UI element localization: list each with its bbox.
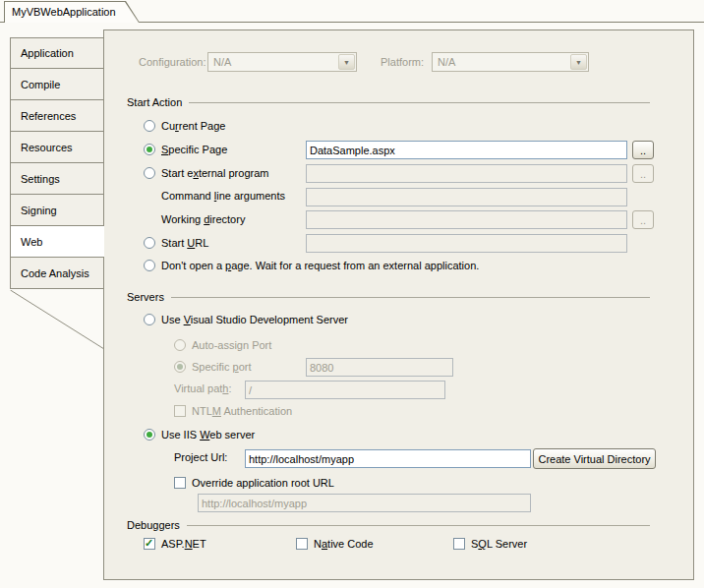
sidebar-item-settings[interactable]: Settings [10,163,103,195]
specific-port-row: Specific port [174,360,252,374]
sidebar-item-label: Resources [21,142,73,153]
specific-port-radio [174,361,186,373]
start-url-radio[interactable] [144,237,155,249]
start-external-input [306,164,627,183]
configuration-combobox: N/A ▼ [207,52,357,72]
start-action-group-title: Start Action [127,96,182,108]
virtual-path-label: Virtual path: [174,382,232,394]
document-tab-title: MyVBWebApplication [12,6,116,18]
project-designer-window: MyVBWebApplication Application Compile R… [0,0,704,588]
start-external-row: Start external program [144,166,268,180]
current-page-radio[interactable] [144,120,155,132]
servers-group-header: Servers [127,290,650,304]
override-root-row: Override application root URL [174,476,334,490]
specific-page-label: Specific Page [161,144,227,155]
sql-server-checkbox[interactable] [453,538,465,550]
start-url-label: Start URL [161,237,208,249]
current-page-row: Current Page [144,119,225,133]
dont-open-page-label: Don't open a page. Wait for a request fr… [161,260,479,271]
sidebar-item-label: References [21,110,76,122]
sidebar-item-compile[interactable]: Compile [10,69,103,100]
platform-label: Platform: [381,56,424,68]
sql-server-debugger-row: SQL Server [453,537,527,551]
chevron-down-icon: ▼ [338,54,355,70]
specific-port-label: Specific port [192,361,252,373]
native-code-checkbox[interactable] [296,538,308,550]
sidebar-item-application[interactable]: Application [10,37,103,69]
group-divider [189,102,650,103]
project-url-label: Project Url: [174,451,227,463]
use-iis-radio[interactable] [144,429,155,441]
platform-value: N/A [438,56,455,68]
start-url-input [306,234,627,253]
start-action-group-header: Start Action [127,95,650,109]
group-divider [171,297,650,298]
specific-page-input[interactable] [306,141,627,159]
aspnet-label: ASP.NET [161,538,206,550]
sidebar-item-label: Web [21,236,42,248]
sidebar-item-label: Code Analysis [21,267,89,279]
servers-group-title: Servers [127,291,164,303]
sidebar-item-signing[interactable]: Signing [10,195,103,226]
sidebar-item-resources[interactable]: Resources [10,132,103,163]
sidebar-item-label: Settings [21,173,60,185]
virtual-path-input [245,381,445,399]
sql-server-label: SQL Server [471,538,527,550]
sidebar-item-code-analysis[interactable]: Code Analysis [10,258,103,289]
start-url-row: Start URL [144,236,208,250]
sidebar-item-label: Application [21,47,74,59]
sidebar-item-label: Signing [21,205,57,216]
sidebar-item-label: Compile [21,79,60,90]
specific-port-input [306,358,453,377]
specific-page-row: Specific Page [144,143,227,156]
ntlm-auth-row: NTLM Authentication [174,404,292,418]
document-tab-face: MyVBWebApplication [5,2,139,23]
command-line-label: Command line arguments [161,190,285,202]
aspnet-checkbox[interactable] [144,538,155,550]
ntlm-auth-checkbox [174,405,186,417]
project-url-input[interactable] [245,449,531,468]
current-page-label: Current Page [161,120,225,132]
group-divider [187,525,650,526]
sidebar-item-web[interactable]: Web [10,226,104,258]
command-line-input [306,188,627,206]
platform-combobox: N/A ▼ [432,52,589,72]
auto-assign-port-label: Auto-assign Port [192,339,271,351]
debuggers-group-header: Debuggers [127,518,650,532]
aspnet-debugger-row: ASP.NET [144,537,206,551]
auto-assign-port-row: Auto-assign Port [174,338,271,352]
start-external-browse-button: .. [632,164,654,183]
sidebar-item-references[interactable]: References [10,100,103,132]
native-code-debugger-row: Native Code [296,537,374,551]
start-external-radio[interactable] [144,167,155,179]
specific-page-browse-button[interactable]: .. [632,141,654,159]
dont-open-page-radio[interactable] [144,260,155,271]
chevron-down-icon: ▼ [570,54,587,70]
working-directory-browse-button: .. [632,210,654,229]
web-properties-panel: Configuration: N/A ▼ Platform: N/A ▼ Sta… [103,29,694,580]
specific-page-radio[interactable] [144,144,155,155]
use-dev-server-radio[interactable] [144,314,155,325]
start-external-label: Start external program [161,167,268,179]
auto-assign-port-radio [174,339,186,351]
configuration-value: N/A [213,56,231,68]
dont-open-page-row: Don't open a page. Wait for a request fr… [144,259,479,272]
working-directory-input [306,210,627,229]
override-root-input [198,494,531,512]
use-iis-row: Use IIS Web server [144,428,255,441]
native-code-label: Native Code [314,538,374,550]
document-tab[interactable]: MyVBWebApplication [4,1,140,23]
override-root-label: Override application root URL [192,477,334,489]
create-virtual-directory-button[interactable]: Create Virtual Directory [533,448,656,469]
working-directory-label: Working directory [161,213,245,225]
override-root-checkbox[interactable] [174,477,186,489]
use-dev-server-row: Use Visual Studio Development Server [144,313,348,326]
use-dev-server-label: Use Visual Studio Development Server [161,314,348,325]
configuration-label: Configuration: [139,56,206,68]
use-iis-label: Use IIS Web server [161,429,255,441]
sidebar-diagonal-edge [10,290,104,350]
ntlm-auth-label: NTLM Authentication [192,405,292,417]
debuggers-group-title: Debuggers [127,519,180,531]
property-page-tabs: Application Compile References Resources… [10,37,104,289]
